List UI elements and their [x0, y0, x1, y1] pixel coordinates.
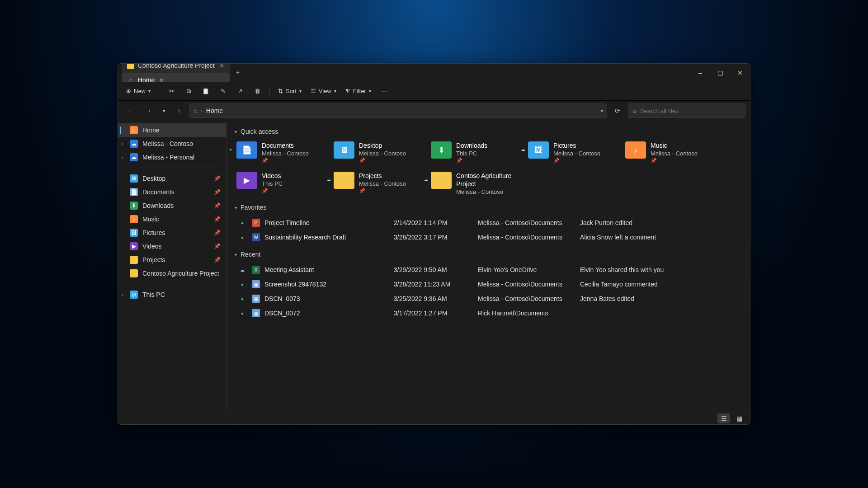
file-row[interactable]: ●▦DSCN_00733/25/2022 9:36 AMMelissa - Co…: [235, 291, 743, 306]
paste-button[interactable]: 📋: [198, 84, 213, 98]
chevron-down-icon[interactable]: ▾: [601, 108, 603, 113]
close-button[interactable]: ✕: [730, 64, 750, 82]
file-type-icon: ▦: [252, 309, 260, 317]
folder-icon: ▶: [236, 172, 257, 189]
file-explorer-window: Contoso Agriculture Project✕⌂Home✕ ＋ – ▢…: [118, 63, 750, 425]
sidebar-item[interactable]: ›☁Melissa - Contoso: [118, 137, 226, 150]
recent-locations-button[interactable]: ▾: [159, 104, 169, 117]
file-row[interactable]: ●▦DSCN_00723/17/2022 1:27 PMRick Hartnet…: [235, 306, 743, 320]
quick-access-item[interactable]: 🖥DesktopMelissa - Contoso📌: [332, 140, 425, 165]
file-name: DSCN_0072: [264, 310, 391, 317]
sidebar-item[interactable]: 📄Documents📌: [118, 185, 226, 199]
sidebar-item[interactable]: Projects📌: [118, 253, 226, 267]
pin-icon: 📌: [214, 175, 221, 182]
quick-access-item[interactable]: ☁Contoso Agriculture ProjectMelissa - Co…: [429, 170, 522, 197]
sidebar: ⌂Home›☁Melissa - Contoso›☁Melissa - Pers…: [118, 121, 226, 412]
file-location: Melissa - Contoso\Documents: [478, 219, 577, 226]
section-quick-access[interactable]: ▾ Quick access: [235, 128, 743, 135]
home-icon: ⌂: [130, 126, 138, 134]
search-input[interactable]: [640, 108, 741, 114]
tiles-view-button[interactable]: ▦: [733, 413, 745, 423]
maximize-button[interactable]: ▢: [710, 64, 730, 82]
file-activity: Alicia Snow left a comment: [580, 234, 743, 241]
folder-icon: ☁🖼: [528, 141, 549, 159]
file-location: Rick Hartnett\Documents: [478, 310, 577, 317]
file-name: Project Timeline: [264, 219, 391, 226]
file-date: 3/28/2022 11:23 AM: [394, 281, 475, 288]
file-activity: Jenna Bates edited: [580, 295, 743, 302]
search-box[interactable]: ⌕: [628, 103, 745, 118]
file-activity: Elvin Yoo shared this with you: [580, 266, 743, 273]
forward-button[interactable]: →: [141, 104, 156, 117]
view-label: View: [319, 88, 331, 94]
sidebar-item-label: Pictures: [142, 229, 165, 236]
sidebar-item-label: Music: [142, 216, 159, 223]
section-favorites[interactable]: ▾ Favorites: [235, 204, 743, 211]
new-tab-button[interactable]: ＋: [231, 69, 245, 77]
quick-access-item[interactable]: ☁ProjectsMelissa - Contoso📌: [332, 170, 425, 197]
toolbar: ⊕ New ▾ ✂ ⧉ 📋 ✎ ↗ 🗑 ⇅ Sort ▾ ☰ View ▾ ⧨ …: [118, 82, 750, 101]
quick-access-item[interactable]: ⬇DownloadsThis PC📌: [429, 140, 522, 165]
folder-icon: 🖥: [334, 141, 354, 159]
quick-access-item[interactable]: ☁🖼PicturesMelissa - Contoso📌: [526, 140, 619, 165]
sidebar-item-label: Contoso Agriculture Project: [142, 270, 219, 277]
sidebar-item[interactable]: ♪Music📌: [118, 212, 226, 226]
more-button[interactable]: ⋯: [377, 84, 392, 98]
delete-button[interactable]: 🗑: [250, 84, 265, 98]
details-view-button[interactable]: ☰: [717, 413, 730, 423]
share-button[interactable]: ↗: [232, 84, 248, 98]
quick-access-item[interactable]: ●📄DocumentsMelissa - Contoso📌: [235, 140, 327, 165]
chevron-right-icon: ›: [122, 292, 123, 297]
copy-button[interactable]: ⧉: [181, 84, 196, 98]
new-button[interactable]: ⊕ New ▾: [123, 84, 154, 98]
cut-button[interactable]: ✂: [164, 84, 179, 98]
sidebar-item[interactable]: ⌂Home: [118, 123, 226, 137]
tab[interactable]: Contoso Agriculture Project✕: [122, 63, 230, 73]
filter-button[interactable]: ⧨ Filter ▾: [342, 84, 375, 98]
quick-access-item[interactable]: ▶VideosThis PC📌: [235, 170, 327, 197]
file-row[interactable]: ●WSustainability Research Draft3/28/2022…: [235, 230, 743, 244]
view-button[interactable]: ☰ View ▾: [307, 84, 340, 98]
up-button[interactable]: ↑: [171, 104, 187, 117]
item-location: Melissa - Contoso: [359, 180, 406, 188]
pin-icon: 📌: [214, 189, 221, 195]
sidebar-item[interactable]: 🖼Pictures📌: [118, 226, 226, 239]
tab-close-button[interactable]: ✕: [158, 77, 165, 84]
minimize-button[interactable]: –: [690, 64, 710, 82]
sidebar-item-label: Desktop: [142, 175, 165, 182]
item-name: Videos: [262, 172, 283, 180]
section-recent[interactable]: ▾ Recent: [235, 251, 743, 258]
file-row[interactable]: ●▦Screenshot 294781323/28/2022 11:23 AMM…: [235, 277, 743, 291]
pin-icon: 📌: [214, 230, 221, 236]
sidebar-item[interactable]: 🖥Desktop📌: [118, 172, 226, 185]
sort-button[interactable]: ⇅ Sort ▾: [274, 84, 305, 98]
onedrive-icon: ☁: [130, 153, 138, 161]
address-row: ← → ▾ ↑ ⌂ › Home ▾ ⟳ ⌕: [118, 101, 750, 121]
copy-icon: ⧉: [187, 88, 191, 95]
sidebar-item-label: Videos: [142, 243, 162, 250]
sync-status-icon: ●: [241, 235, 244, 240]
back-button[interactable]: ←: [123, 104, 138, 117]
sidebar-item[interactable]: Contoso Agriculture Project: [118, 267, 226, 280]
sidebar-item[interactable]: ⬇Downloads📌: [118, 199, 226, 212]
file-name: Meeting Assistant: [264, 266, 391, 273]
share-icon: ↗: [238, 88, 243, 94]
rename-button[interactable]: ✎: [215, 84, 231, 98]
sidebar-item[interactable]: ›☁Melissa - Personal: [118, 150, 226, 164]
file-row[interactable]: ●PProject Timeline2/14/2022 1:14 PMMelis…: [235, 216, 743, 230]
chevron-right-icon: ›: [122, 141, 123, 146]
pc-icon: 🖳: [130, 291, 138, 299]
item-name: Desktop: [359, 141, 406, 150]
paste-icon: 📋: [202, 88, 209, 94]
quick-access-item[interactable]: ♪MusicMelissa - Contoso📌: [623, 140, 716, 165]
address-bar[interactable]: ⌂ › Home ▾: [189, 103, 607, 118]
sidebar-item[interactable]: ›🖳This PC: [118, 288, 226, 301]
refresh-button[interactable]: ⟳: [610, 104, 625, 117]
file-row[interactable]: ☁XMeeting Assistant3/29/2022 9:50 AMElvi…: [235, 263, 743, 277]
tab-close-button[interactable]: ✕: [218, 63, 225, 69]
sidebar-item[interactable]: ▶Videos📌: [118, 239, 226, 253]
pictures-icon: 🖼: [130, 229, 138, 237]
tab-label: Contoso Agriculture Project: [138, 63, 215, 69]
item-name: Projects: [359, 172, 406, 180]
folder-icon: [127, 63, 134, 69]
